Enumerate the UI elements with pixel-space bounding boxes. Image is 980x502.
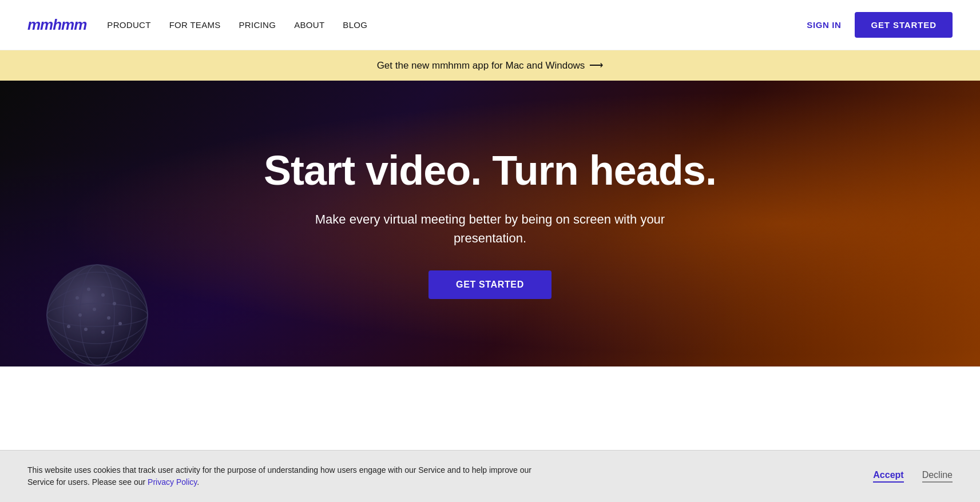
nav-link-blog[interactable]: BLOG xyxy=(343,20,367,30)
nav-link-about[interactable]: ABOUT xyxy=(294,20,324,30)
nav-item-blog[interactable]: BLOG xyxy=(343,20,367,30)
nav-item-product[interactable]: PRODUCT xyxy=(107,20,150,30)
nav-link-product[interactable]: PRODUCT xyxy=(107,20,150,30)
hero-cta-button[interactable]: GET STARTED xyxy=(428,270,552,299)
svg-point-7 xyxy=(76,296,79,300)
svg-point-16 xyxy=(101,330,105,334)
navbar: mmhmm PRODUCT FOR TEAMS PRICING ABOUT BL… xyxy=(0,0,980,50)
hero-title: Start video. Turn heads. xyxy=(264,148,716,193)
svg-point-14 xyxy=(67,325,70,328)
nav-link-for-teams[interactable]: FOR TEAMS xyxy=(169,20,221,30)
sign-in-button[interactable]: SIGN IN xyxy=(807,20,841,30)
navbar-left: mmhmm PRODUCT FOR TEAMS PRICING ABOUT BL… xyxy=(27,16,367,34)
svg-point-13 xyxy=(107,316,110,320)
svg-point-9 xyxy=(101,293,105,297)
nav-item-pricing[interactable]: PRICING xyxy=(239,20,276,30)
svg-point-8 xyxy=(87,288,90,291)
nav-item-about[interactable]: ABOUT xyxy=(294,20,324,30)
navbar-right: SIGN IN GET STARTED xyxy=(807,12,953,38)
svg-point-17 xyxy=(118,322,122,325)
nav-links: PRODUCT FOR TEAMS PRICING ABOUT BLOG xyxy=(107,20,367,30)
hero-content: Start video. Turn heads. Make every virt… xyxy=(241,148,739,298)
globe-icon xyxy=(46,264,149,366)
nav-link-pricing[interactable]: PRICING xyxy=(239,20,276,30)
banner-text: Get the new mmhmm app for Mac and Window… xyxy=(377,60,604,71)
svg-point-12 xyxy=(93,308,96,311)
banner-message: Get the new mmhmm app for Mac and Window… xyxy=(377,60,585,71)
hero-section: Start video. Turn heads. Make every virt… xyxy=(0,81,980,366)
svg-point-0 xyxy=(47,265,148,365)
announcement-banner[interactable]: Get the new mmhmm app for Mac and Window… xyxy=(0,50,980,81)
hero-globe-decoration xyxy=(46,264,149,366)
logo[interactable]: mmhmm xyxy=(27,16,86,34)
get-started-button[interactable]: GET STARTED xyxy=(855,12,953,38)
hero-subtitle: Make every virtual meeting better by bei… xyxy=(295,210,684,248)
banner-arrow-icon: ⟶ xyxy=(589,60,603,71)
svg-point-10 xyxy=(113,302,116,305)
svg-point-11 xyxy=(78,313,82,317)
svg-point-15 xyxy=(84,328,88,331)
nav-item-for-teams[interactable]: FOR TEAMS xyxy=(169,20,221,30)
